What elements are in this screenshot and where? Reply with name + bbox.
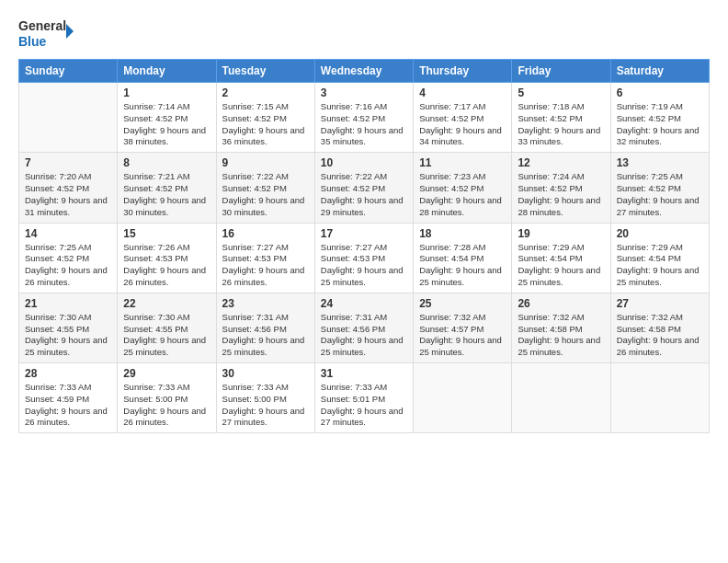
- daylight-text: Daylight: 9 hours and 26 minutes.: [25, 265, 111, 289]
- sunrise-text: Sunrise: 7:16 AM: [321, 101, 407, 113]
- sunrise-text: Sunrise: 7:28 AM: [419, 242, 506, 254]
- calendar-cell: 23Sunrise: 7:31 AMSunset: 4:56 PMDayligh…: [216, 293, 314, 362]
- daylight-text: Daylight: 9 hours and 33 minutes.: [518, 125, 604, 149]
- sunset-text: Sunset: 4:57 PM: [419, 324, 506, 336]
- sunset-text: Sunset: 4:52 PM: [617, 183, 703, 195]
- day-number: 2: [222, 86, 309, 99]
- weekday-header-friday: Friday: [512, 60, 610, 83]
- sunset-text: Sunset: 4:55 PM: [123, 324, 210, 336]
- day-number: 16: [222, 227, 309, 240]
- day-number: 12: [518, 156, 604, 169]
- sunset-text: Sunset: 4:56 PM: [321, 324, 407, 336]
- day-info: Sunrise: 7:33 AMSunset: 5:00 PMDaylight:…: [123, 382, 210, 429]
- calendar-cell: 27Sunrise: 7:32 AMSunset: 4:58 PMDayligh…: [610, 293, 709, 362]
- calendar-cell: 11Sunrise: 7:23 AMSunset: 4:52 PMDayligh…: [414, 153, 512, 223]
- day-info: Sunrise: 7:20 AMSunset: 4:52 PMDaylight:…: [25, 171, 111, 218]
- calendar-cell: 13Sunrise: 7:25 AMSunset: 4:52 PMDayligh…: [610, 153, 709, 223]
- day-info: Sunrise: 7:26 AMSunset: 4:53 PMDaylight:…: [123, 242, 210, 289]
- day-info: Sunrise: 7:15 AMSunset: 4:52 PMDaylight:…: [222, 101, 309, 148]
- daylight-text: Daylight: 9 hours and 28 minutes.: [419, 195, 506, 219]
- calendar-cell: 1Sunrise: 7:14 AMSunset: 4:52 PMDaylight…: [118, 83, 216, 153]
- calendar-cell: 24Sunrise: 7:31 AMSunset: 4:56 PMDayligh…: [314, 293, 413, 362]
- day-info: Sunrise: 7:31 AMSunset: 4:56 PMDaylight:…: [222, 312, 309, 359]
- day-info: Sunrise: 7:23 AMSunset: 4:52 PMDaylight:…: [419, 171, 506, 218]
- sunset-text: Sunset: 4:54 PM: [617, 253, 703, 265]
- daylight-text: Daylight: 9 hours and 26 minutes.: [222, 265, 309, 289]
- sunset-text: Sunset: 4:52 PM: [222, 113, 309, 125]
- day-info: Sunrise: 7:28 AMSunset: 4:54 PMDaylight:…: [419, 242, 506, 289]
- sunrise-text: Sunrise: 7:17 AM: [419, 101, 506, 113]
- day-info: Sunrise: 7:33 AMSunset: 4:59 PMDaylight:…: [25, 382, 111, 429]
- calendar-cell: 14Sunrise: 7:25 AMSunset: 4:52 PMDayligh…: [19, 223, 118, 293]
- sunrise-text: Sunrise: 7:24 AM: [518, 171, 604, 183]
- day-number: 11: [419, 156, 506, 169]
- calendar-cell: [610, 363, 709, 433]
- day-info: Sunrise: 7:31 AMSunset: 4:56 PMDaylight:…: [321, 312, 407, 359]
- calendar-week-4: 21Sunrise: 7:30 AMSunset: 4:55 PMDayligh…: [19, 293, 710, 362]
- page-header: GeneralBlue: [18, 15, 710, 50]
- calendar-cell: 26Sunrise: 7:32 AMSunset: 4:58 PMDayligh…: [512, 293, 610, 362]
- calendar-cell: 6Sunrise: 7:19 AMSunset: 4:52 PMDaylight…: [610, 83, 709, 153]
- calendar-cell: 30Sunrise: 7:33 AMSunset: 5:00 PMDayligh…: [216, 363, 314, 433]
- day-info: Sunrise: 7:19 AMSunset: 4:52 PMDaylight:…: [617, 101, 703, 148]
- sunset-text: Sunset: 4:56 PM: [222, 324, 309, 336]
- sunrise-text: Sunrise: 7:33 AM: [123, 382, 210, 394]
- sunrise-text: Sunrise: 7:27 AM: [222, 242, 309, 254]
- day-info: Sunrise: 7:18 AMSunset: 4:52 PMDaylight:…: [518, 101, 604, 148]
- day-number: 25: [419, 297, 506, 310]
- sunset-text: Sunset: 4:59 PM: [25, 394, 111, 406]
- sunrise-text: Sunrise: 7:25 AM: [617, 171, 703, 183]
- sunrise-text: Sunrise: 7:33 AM: [321, 382, 407, 394]
- sunrise-text: Sunrise: 7:19 AM: [617, 101, 703, 113]
- daylight-text: Daylight: 9 hours and 25 minutes.: [518, 265, 604, 289]
- daylight-text: Daylight: 9 hours and 25 minutes.: [25, 335, 111, 359]
- day-number: 22: [123, 297, 210, 310]
- calendar-week-5: 28Sunrise: 7:33 AMSunset: 4:59 PMDayligh…: [19, 363, 710, 433]
- day-number: 23: [222, 297, 309, 310]
- sunset-text: Sunset: 4:54 PM: [518, 253, 604, 265]
- day-number: 21: [25, 297, 111, 310]
- day-number: 31: [321, 367, 407, 380]
- sunset-text: Sunset: 4:52 PM: [419, 183, 506, 195]
- sunrise-text: Sunrise: 7:32 AM: [617, 312, 703, 324]
- daylight-text: Daylight: 9 hours and 25 minutes.: [222, 335, 309, 359]
- svg-text:General: General: [18, 18, 66, 33]
- calendar-cell: 12Sunrise: 7:24 AMSunset: 4:52 PMDayligh…: [512, 153, 610, 223]
- calendar-cell: 10Sunrise: 7:22 AMSunset: 4:52 PMDayligh…: [314, 153, 413, 223]
- sunrise-text: Sunrise: 7:32 AM: [419, 312, 506, 324]
- sunrise-text: Sunrise: 7:23 AM: [419, 171, 506, 183]
- sunset-text: Sunset: 4:52 PM: [321, 113, 407, 125]
- daylight-text: Daylight: 9 hours and 25 minutes.: [321, 265, 407, 289]
- day-number: 13: [617, 156, 703, 169]
- day-number: 5: [518, 86, 604, 99]
- sunset-text: Sunset: 4:55 PM: [25, 324, 111, 336]
- day-number: 3: [321, 86, 407, 99]
- day-info: Sunrise: 7:32 AMSunset: 4:58 PMDaylight:…: [617, 312, 703, 359]
- day-info: Sunrise: 7:30 AMSunset: 4:55 PMDaylight:…: [123, 312, 210, 359]
- daylight-text: Daylight: 9 hours and 27 minutes.: [617, 195, 703, 219]
- sunset-text: Sunset: 4:58 PM: [617, 324, 703, 336]
- day-info: Sunrise: 7:29 AMSunset: 4:54 PMDaylight:…: [617, 242, 703, 289]
- sunrise-text: Sunrise: 7:30 AM: [25, 312, 111, 324]
- daylight-text: Daylight: 9 hours and 28 minutes.: [518, 195, 604, 219]
- day-info: Sunrise: 7:16 AMSunset: 4:52 PMDaylight:…: [321, 101, 407, 148]
- svg-text:Blue: Blue: [18, 34, 47, 49]
- day-info: Sunrise: 7:32 AMSunset: 4:58 PMDaylight:…: [518, 312, 604, 359]
- day-info: Sunrise: 7:24 AMSunset: 4:52 PMDaylight:…: [518, 171, 604, 218]
- day-info: Sunrise: 7:25 AMSunset: 4:52 PMDaylight:…: [617, 171, 703, 218]
- day-number: 30: [222, 367, 309, 380]
- sunrise-text: Sunrise: 7:32 AM: [518, 312, 604, 324]
- daylight-text: Daylight: 9 hours and 26 minutes.: [123, 265, 210, 289]
- sunrise-text: Sunrise: 7:33 AM: [25, 382, 111, 394]
- day-number: 18: [419, 227, 506, 240]
- sunset-text: Sunset: 4:52 PM: [123, 183, 210, 195]
- daylight-text: Daylight: 9 hours and 29 minutes.: [321, 195, 407, 219]
- sunrise-text: Sunrise: 7:31 AM: [321, 312, 407, 324]
- calendar-cell: 3Sunrise: 7:16 AMSunset: 4:52 PMDaylight…: [314, 83, 413, 153]
- day-number: 29: [123, 367, 210, 380]
- calendar-week-2: 7Sunrise: 7:20 AMSunset: 4:52 PMDaylight…: [19, 153, 710, 223]
- daylight-text: Daylight: 9 hours and 26 minutes.: [617, 335, 703, 359]
- sunrise-text: Sunrise: 7:22 AM: [222, 171, 309, 183]
- sunrise-text: Sunrise: 7:29 AM: [518, 242, 604, 254]
- sunset-text: Sunset: 4:52 PM: [321, 183, 407, 195]
